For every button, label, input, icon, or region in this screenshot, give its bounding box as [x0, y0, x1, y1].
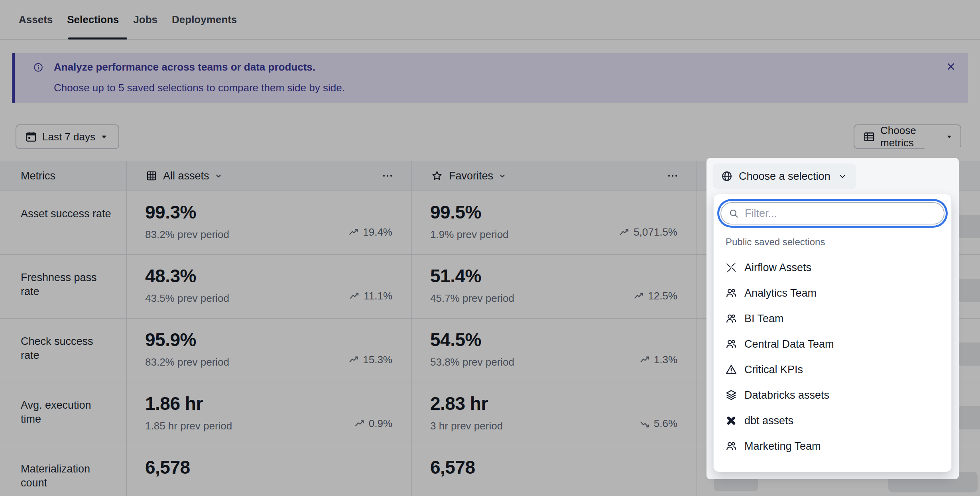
- team-icon: [725, 313, 737, 325]
- warning-icon: [725, 364, 737, 376]
- metric-value: 6,578: [145, 457, 190, 478]
- dimmed-button-remnant: [714, 477, 758, 491]
- metric-value: 2.83 hr: [430, 393, 488, 414]
- tab-deployments[interactable]: Deployments: [172, 14, 237, 26]
- choose-metrics-label: Choose metrics: [880, 124, 941, 149]
- trend-up-icon: [349, 291, 360, 301]
- banner-title: Analyze performance across teams or data…: [54, 61, 315, 73]
- banner-subtitle: Choose up to 5 saved selections to compa…: [54, 82, 345, 94]
- metric-value-cell: 99.5% 1.9% prev period 5,071.5%: [412, 191, 697, 255]
- metric-value: 54.5%: [430, 329, 481, 350]
- prev-period-value: 3 hr prev period: [430, 420, 503, 432]
- tab-jobs[interactable]: Jobs: [133, 14, 157, 26]
- prev-period-value: 1.85 hr prev period: [145, 420, 232, 432]
- dimmed-button-remnant: [956, 406, 980, 429]
- metric-value: 6,578: [430, 457, 475, 478]
- metric-value-cell: 1.86 hr 1.85 hr prev period 0.9%: [127, 382, 412, 446]
- trend-up-icon: [634, 291, 644, 301]
- top-nav: Assets Selections Jobs Deployments: [0, 0, 980, 40]
- metric-name-cell: Materialization count: [0, 446, 127, 496]
- search-icon: [728, 208, 739, 219]
- trend-indicator: 12.5%: [634, 290, 677, 302]
- column-label[interactable]: All assets: [163, 170, 209, 182]
- prev-period-value: 1.9% prev period: [430, 228, 509, 241]
- dimmed-button-remnant: [956, 342, 980, 366]
- list-item-databricks-assets[interactable]: Databricks assets: [714, 382, 951, 408]
- grid-icon: [146, 170, 157, 181]
- metric-value: 95.9%: [145, 329, 196, 350]
- star-icon: [431, 170, 443, 182]
- info-banner: Analyze performance across teams or data…: [12, 53, 968, 103]
- trend-indicator: 1.3%: [640, 354, 677, 366]
- metric-name-cell: Check success rate: [0, 319, 127, 382]
- filter-input[interactable]: [744, 207, 941, 220]
- list-item-central-data-team[interactable]: Central Data Team: [714, 331, 951, 357]
- overflow-menu-icon[interactable]: [382, 174, 393, 178]
- selection-spotlight: Choose a selection Public saved selectio…: [706, 158, 959, 479]
- dimmed-button-remnant: [956, 279, 980, 302]
- metric-value-cell: 99.3% 83.2% prev period 19.4%: [127, 191, 412, 255]
- trend-up-icon: [354, 419, 365, 429]
- date-range-label: Last 7 days: [42, 131, 95, 143]
- overflow-menu-icon[interactable]: [667, 174, 678, 178]
- filter-field[interactable]: [720, 202, 945, 224]
- chevron-down-icon[interactable]: [214, 172, 222, 180]
- active-tab-underline: [68, 37, 127, 39]
- prev-period-value: 53.8% prev period: [430, 356, 514, 368]
- trend-indicator: 5.6%: [640, 417, 677, 430]
- airflow-icon: [725, 262, 737, 274]
- list-item-critical-kpis[interactable]: Critical KPIs: [714, 357, 951, 382]
- date-range-button[interactable]: Last 7 days: [16, 124, 119, 149]
- trend-up-icon: [348, 355, 359, 365]
- trend-up-icon: [348, 227, 359, 238]
- metric-value-cell: 2.83 hr 3 hr prev period 5.6%: [412, 382, 697, 446]
- metric-value-cell: 95.9% 83.2% prev period 15.3%: [127, 319, 412, 382]
- dbt-icon: [725, 415, 737, 427]
- trend-indicator: 11.1%: [349, 290, 392, 302]
- trend-up-icon: [619, 227, 630, 238]
- chevron-down-icon[interactable]: [498, 172, 506, 180]
- table-icon: [863, 131, 875, 143]
- metric-value-cell: 48.3% 43.5% prev period 11.1%: [127, 255, 412, 319]
- metric-value-cell: 6,578: [127, 446, 412, 496]
- metric-value-cell: 6,578: [412, 446, 697, 496]
- list-item-airflow-assets[interactable]: Airflow Assets: [714, 255, 951, 280]
- nav-tabs: Assets Selections Jobs Deployments: [19, 0, 237, 39]
- trend-indicator: 5,071.5%: [619, 226, 677, 238]
- metric-value: 51.4%: [430, 265, 481, 287]
- list-item-bi-team[interactable]: BI Team: [714, 306, 951, 331]
- calendar-icon: [25, 131, 37, 143]
- list-item-dbt-assets[interactable]: dbt assets: [714, 408, 951, 433]
- choose-selection-trigger[interactable]: Choose a selection: [713, 163, 856, 189]
- column-label[interactable]: Favorites: [449, 170, 493, 182]
- tab-assets[interactable]: Assets: [19, 14, 53, 26]
- trend-indicator: 0.9%: [354, 417, 392, 430]
- metric-name-cell: Avg. execution time: [0, 382, 127, 446]
- close-icon[interactable]: [945, 61, 957, 73]
- choose-selection-label: Choose a selection: [739, 170, 830, 183]
- metric-value: 48.3%: [145, 265, 196, 287]
- trend-indicator: 15.3%: [348, 354, 392, 366]
- caret-down-icon: [947, 135, 952, 139]
- section-label: Public saved selections: [726, 236, 825, 248]
- prev-period-value: 83.2% prev period: [145, 228, 229, 241]
- metric-value-cell: 51.4% 45.7% prev period 12.5%: [412, 255, 697, 319]
- list-item-marketing-team[interactable]: Marketing Team: [714, 433, 951, 459]
- column-header-favorites: Favorites: [412, 161, 697, 191]
- prev-period-value: 83.2% prev period: [145, 356, 229, 368]
- tab-selections[interactable]: Selections: [67, 14, 119, 26]
- prev-period-value: 45.7% prev period: [430, 292, 514, 305]
- metric-value-cell: 54.5% 53.8% prev period 1.3%: [412, 319, 697, 382]
- list-item-analytics-team[interactable]: Analytics Team: [714, 280, 951, 306]
- globe-icon: [721, 170, 733, 182]
- choose-metrics-button[interactable]: Choose metrics: [854, 124, 961, 149]
- layers-icon: [725, 389, 737, 401]
- caret-down-icon: [101, 135, 107, 139]
- column-header-all-assets: All assets: [127, 161, 412, 191]
- prev-period-value: 43.5% prev period: [145, 292, 229, 305]
- metric-name-cell: Asset success rate: [0, 191, 127, 255]
- metric-value: 99.5%: [430, 201, 481, 223]
- metric-value: 99.3%: [145, 201, 196, 223]
- team-icon: [725, 440, 737, 452]
- chevron-down-icon: [838, 172, 847, 181]
